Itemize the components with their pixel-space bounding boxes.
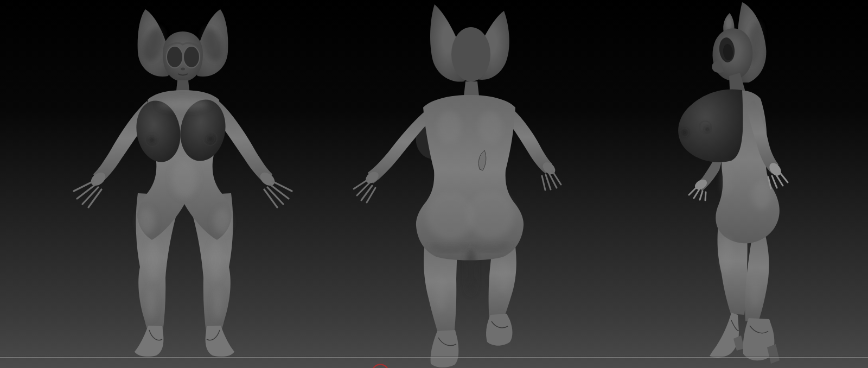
chest-detail-tip [681, 129, 688, 136]
sculpt-document[interactable] [0, 0, 868, 368]
eye-socket-left [167, 46, 183, 68]
viewport-canvas[interactable] [0, 0, 868, 368]
heel-shoe-right[interactable] [486, 314, 513, 346]
chest-detail-right-center [207, 136, 214, 142]
chest-detail-left-center [149, 137, 155, 143]
head-back[interactable] [451, 27, 490, 81]
nose [181, 68, 185, 71]
chest-detail-center [705, 127, 710, 131]
eye-socket-right [183, 46, 200, 68]
